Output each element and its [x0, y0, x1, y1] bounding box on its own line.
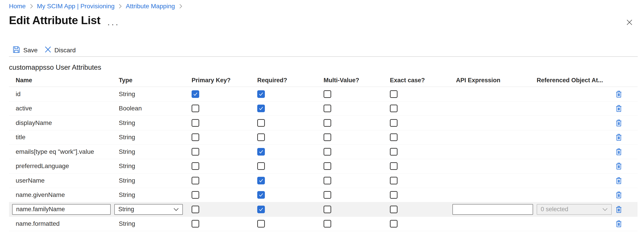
exact-case-checkbox[interactable] — [390, 133, 398, 141]
attribute-type-cell: Boolean — [119, 105, 192, 112]
delete-attribute-button[interactable] — [616, 220, 622, 228]
multi-value-checkbox[interactable] — [324, 206, 331, 213]
exact-case-checkbox[interactable] — [390, 148, 398, 156]
attribute-rows: idStringactiveBooleandisplayNameStringti… — [9, 87, 638, 231]
delete-attribute-button[interactable] — [616, 191, 622, 199]
chevron-right-icon — [179, 4, 182, 9]
exact-case-checkbox[interactable] — [390, 206, 398, 213]
trash-icon — [616, 162, 622, 170]
attribute-type: String — [119, 119, 135, 126]
attribute-name: preferredLanguage — [16, 162, 69, 170]
delete-cell — [614, 177, 638, 184]
required-checkbox[interactable] — [257, 206, 265, 213]
required-checkbox-cell — [257, 119, 324, 127]
exact-case-checkbox[interactable] — [390, 162, 398, 170]
required-checkbox-cell — [257, 191, 324, 199]
required-checkbox[interactable] — [257, 220, 265, 228]
multi-value-checkbox[interactable] — [324, 105, 331, 112]
multi-value-checkbox[interactable] — [324, 133, 331, 141]
section-heading: customappsso User Attributes — [9, 63, 101, 72]
exact-case-checkbox[interactable] — [390, 177, 398, 184]
attribute-type: String — [119, 191, 135, 199]
multi-value-checkbox-cell — [324, 206, 390, 213]
exact-case-checkbox-cell — [390, 90, 456, 98]
delete-attribute-button[interactable] — [616, 119, 622, 127]
required-checkbox[interactable] — [257, 177, 265, 184]
required-checkbox[interactable] — [257, 162, 265, 170]
required-checkbox[interactable] — [257, 191, 265, 199]
exact-case-checkbox[interactable] — [390, 90, 398, 98]
page-title: Edit Attribute List — [9, 14, 100, 27]
multi-value-checkbox[interactable] — [324, 148, 331, 156]
discard-button[interactable]: Discard — [44, 46, 76, 55]
multi-value-checkbox[interactable] — [324, 220, 331, 228]
attribute-type: String — [119, 134, 135, 141]
multi-value-checkbox[interactable] — [324, 90, 331, 98]
save-button[interactable]: Save — [12, 46, 38, 55]
required-checkbox[interactable] — [257, 119, 265, 127]
exact-case-checkbox[interactable] — [390, 119, 398, 127]
attribute-name: title — [16, 134, 26, 141]
api-expression-input[interactable] — [452, 204, 533, 215]
required-checkbox[interactable] — [257, 133, 265, 141]
delete-attribute-button[interactable] — [616, 206, 622, 213]
multi-value-checkbox[interactable] — [324, 119, 331, 127]
referenced-object-select[interactable]: 0 selected — [537, 204, 612, 215]
delete-attribute-button[interactable] — [616, 133, 622, 141]
multi-value-checkbox-cell — [324, 162, 390, 170]
close-blade-button[interactable] — [626, 19, 633, 26]
required-checkbox[interactable] — [257, 148, 265, 156]
exact-case-checkbox[interactable] — [390, 191, 398, 199]
multi-value-checkbox-cell — [324, 220, 390, 228]
delete-attribute-button[interactable] — [616, 177, 622, 184]
attribute-row: name.givenNameString — [9, 188, 638, 203]
attribute-table: Name Type Primary Key? Required? Multi-V… — [9, 74, 638, 231]
attribute-type-cell: String — [119, 134, 192, 141]
required-checkbox[interactable] — [257, 105, 265, 112]
checkmark-icon — [258, 207, 264, 212]
delete-attribute-button[interactable] — [616, 162, 622, 170]
primary-key-checkbox[interactable] — [192, 148, 199, 156]
chevron-right-icon — [30, 4, 33, 9]
exact-case-checkbox[interactable] — [390, 105, 398, 112]
more-actions-button[interactable]: ··· — [107, 20, 120, 29]
primary-key-checkbox[interactable] — [192, 133, 199, 141]
breadcrumb-link-home[interactable]: Home — [9, 3, 26, 10]
attribute-row: emails[type eq "work"].valueString — [9, 145, 638, 159]
breadcrumb-link-provisioning[interactable]: My SCIM App | Provisioning — [37, 3, 115, 10]
exact-case-checkbox-cell — [390, 162, 456, 170]
breadcrumb: Home My SCIM App | Provisioning Attribut… — [9, 3, 182, 10]
primary-key-checkbox[interactable] — [192, 191, 199, 199]
primary-key-checkbox[interactable] — [192, 105, 199, 112]
attribute-type-cell: String — [119, 204, 192, 215]
exact-case-checkbox[interactable] — [390, 220, 398, 228]
primary-key-checkbox[interactable] — [192, 177, 199, 184]
attribute-type-cell: String — [119, 91, 192, 98]
trash-icon — [616, 220, 622, 228]
primary-key-checkbox[interactable] — [192, 162, 199, 170]
column-header-type: Type — [119, 77, 192, 84]
primary-key-checkbox[interactable] — [192, 206, 199, 213]
attribute-name-input[interactable] — [12, 204, 111, 215]
delete-cell — [614, 119, 638, 127]
multi-value-checkbox[interactable] — [324, 177, 331, 184]
delete-cell — [614, 206, 638, 213]
delete-cell — [614, 220, 638, 228]
delete-attribute-button[interactable] — [616, 90, 622, 98]
checkmark-icon — [258, 178, 264, 183]
save-button-label: Save — [23, 47, 38, 54]
attribute-type-select[interactable]: String — [114, 204, 183, 215]
multi-value-checkbox[interactable] — [324, 191, 331, 199]
breadcrumb-link-attribute-mapping[interactable]: Attribute Mapping — [126, 3, 175, 10]
delete-attribute-button[interactable] — [616, 148, 622, 156]
required-checkbox-cell — [257, 133, 324, 141]
required-checkbox[interactable] — [257, 90, 265, 98]
attribute-type-cell: String — [119, 162, 192, 170]
primary-key-checkbox[interactable] — [192, 90, 199, 98]
primary-key-checkbox[interactable] — [192, 220, 199, 228]
multi-value-checkbox[interactable] — [324, 162, 331, 170]
required-checkbox-cell — [257, 90, 324, 98]
delete-attribute-button[interactable] — [616, 105, 622, 112]
attribute-row: idString — [9, 87, 638, 102]
primary-key-checkbox[interactable] — [192, 119, 199, 127]
